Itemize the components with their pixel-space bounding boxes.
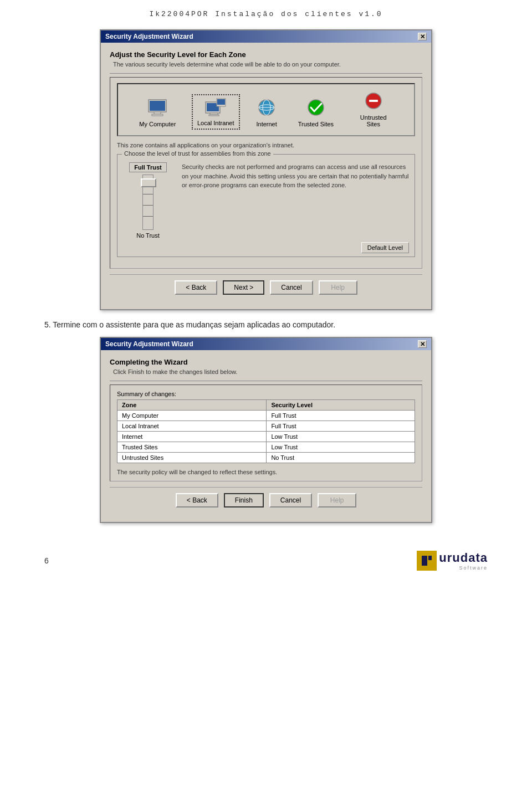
zone-my-computer[interactable]: My Computer xyxy=(135,96,180,130)
zone-internet[interactable]: Internet xyxy=(251,96,282,130)
tick3 xyxy=(143,216,153,217)
dialog2-buttons: < Back Finish Cancel Help xyxy=(110,487,422,514)
finish-button[interactable]: Finish xyxy=(224,493,264,507)
zones-container: My Computer Local Intra xyxy=(117,83,415,136)
zone-trusted-sites[interactable]: Trusted Sites xyxy=(294,96,338,130)
dialog2: Security Adjustment Wizard ✕ Completing … xyxy=(100,337,432,523)
header-title: Ik22004POR Instalação dos clientes v1.0 xyxy=(149,10,382,18)
cell-zone: Internet xyxy=(117,432,267,442)
logo-main: urudata xyxy=(439,551,488,565)
help-button-1[interactable]: Help xyxy=(319,280,357,295)
cell-zone: Local Intranet xyxy=(117,421,267,432)
dialog1-buttons: < Back Next > Cancel Help xyxy=(110,274,422,301)
cell-zone: Trusted Sites xyxy=(117,442,267,453)
col-zone: Zone xyxy=(117,400,267,411)
page-header: Ik22004POR Instalação dos clientes v1.0 xyxy=(0,0,532,24)
dialog2-close-button[interactable]: ✕ xyxy=(418,340,427,348)
dialog1-title: Security Adjustment Wizard xyxy=(105,33,193,40)
tick1 xyxy=(143,194,153,194)
trust-no-trust-label: No Trust xyxy=(136,232,160,239)
cancel-button-2[interactable]: Cancel xyxy=(269,493,312,507)
svg-rect-18 xyxy=(422,556,427,566)
table-row: InternetLow Trust xyxy=(117,432,415,442)
trust-slider-track[interactable] xyxy=(142,175,154,230)
page-number: 6 xyxy=(44,556,49,565)
table-row: Trusted SitesLow Trust xyxy=(117,442,415,453)
dialog1-body: Adjust the Security Level for Each Zone … xyxy=(101,43,431,309)
table-row: My ComputerFull Trust xyxy=(117,411,415,421)
dialog2-title: Security Adjustment Wizard xyxy=(105,340,193,348)
col-security-level: Security Level xyxy=(267,400,415,411)
zone-untrusted-sites[interactable]: Untrusted Sites xyxy=(350,90,397,130)
security-policy-text: The security policy will be changed to r… xyxy=(117,469,415,475)
zone-internet-label: Internet xyxy=(256,121,277,127)
internet-icon xyxy=(255,99,278,119)
cell-zone: My Computer xyxy=(117,411,267,421)
dialog2-section-title: Completing the Wizard xyxy=(110,358,422,366)
next-button-1[interactable]: Next > xyxy=(223,280,264,295)
cell-security-level: Full Trust xyxy=(267,421,415,432)
svg-rect-9 xyxy=(217,99,225,105)
default-level-button[interactable]: Default Level xyxy=(361,242,409,253)
trust-default-btn-container: Default Level xyxy=(123,242,409,253)
zones-panel: My Computer Local Intra xyxy=(110,77,422,269)
cell-security-level: No Trust xyxy=(267,453,415,463)
svg-rect-2 xyxy=(154,112,161,114)
svg-rect-1 xyxy=(150,101,165,111)
local-intranet-icon xyxy=(204,98,227,117)
back-button-2[interactable]: < Back xyxy=(176,493,218,507)
svg-rect-7 xyxy=(209,115,219,116)
trust-group: Choose the level of trust for assemblies… xyxy=(117,154,415,257)
dialog2-inner: Summary of changes: Zone Security Level … xyxy=(110,385,422,481)
zone-trusted-sites-label: Trusted Sites xyxy=(298,121,334,127)
dialog2-section-subtitle: Click Finish to make the changes listed … xyxy=(110,368,422,375)
trust-group-legend: Choose the level of trust for assemblies… xyxy=(122,150,273,157)
dialog1-titlebar: Security Adjustment Wizard ✕ xyxy=(101,30,431,43)
trust-slider-thumb[interactable] xyxy=(141,178,156,187)
cell-security-level: Low Trust xyxy=(267,442,415,453)
zone-local-intranet-label: Local Intranet xyxy=(197,120,234,126)
zone-local-intranet[interactable]: Local Intranet xyxy=(192,94,240,130)
table-row: Local IntranetFull Trust xyxy=(117,421,415,432)
summary-label: Summary of changes: xyxy=(117,391,415,397)
cancel-button-1[interactable]: Cancel xyxy=(270,280,313,295)
table-row: Untrusted SitesNo Trust xyxy=(117,453,415,463)
help-button-2[interactable]: Help xyxy=(318,493,356,507)
zone-description: This zone contains all applications on y… xyxy=(117,142,415,148)
my-computer-icon xyxy=(146,99,168,119)
untrusted-sites-icon xyxy=(362,92,385,112)
dialog1: Security Adjustment Wizard ✕ Adjust the … xyxy=(100,29,432,310)
dialog2-divider1 xyxy=(110,381,422,381)
dialog1-divider1 xyxy=(110,73,422,74)
trust-slider-area: Full Trust No Trust xyxy=(123,162,173,239)
svg-rect-3 xyxy=(152,114,163,116)
logo-icon xyxy=(417,551,437,571)
svg-rect-16 xyxy=(369,100,378,102)
dialog1-section-title: Adjust the Security Level for Each Zone xyxy=(110,50,422,59)
cell-security-level: Low Trust xyxy=(267,432,415,442)
dialog2-body: Completing the Wizard Click Finish to ma… xyxy=(101,350,431,522)
zone-my-computer-label: My Computer xyxy=(139,121,176,127)
step5-text: 5. Termine com o assistente para que as … xyxy=(44,320,488,329)
dialog1-close-button[interactable]: ✕ xyxy=(418,33,427,40)
zone-untrusted-sites-label: Untrusted Sites xyxy=(354,114,393,127)
cell-security-level: Full Trust xyxy=(267,411,415,421)
svg-rect-19 xyxy=(428,556,432,560)
tick2 xyxy=(143,205,153,206)
trust-full-label: Full Trust xyxy=(129,162,167,172)
trusted-sites-icon xyxy=(305,99,327,119)
dialog2-titlebar: Security Adjustment Wizard ✕ xyxy=(101,338,431,350)
trust-content: Full Trust No Trust Security checks are … xyxy=(123,162,409,239)
logo-icon-svg xyxy=(419,553,434,568)
dialog1-section-subtitle: The various security levels determine wh… xyxy=(110,61,422,68)
cell-zone: Untrusted Sites xyxy=(117,453,267,463)
summary-table: Zone Security Level My ComputerFull Trus… xyxy=(117,399,415,463)
logo-sub: Software xyxy=(439,565,488,571)
logo-text: urudata Software xyxy=(439,551,488,571)
page-footer: 6 urudata Software xyxy=(0,540,532,582)
trust-description: Security checks are not performed and pr… xyxy=(182,162,409,190)
urudata-logo: urudata Software xyxy=(417,551,488,571)
back-button-1[interactable]: < Back xyxy=(175,280,217,295)
